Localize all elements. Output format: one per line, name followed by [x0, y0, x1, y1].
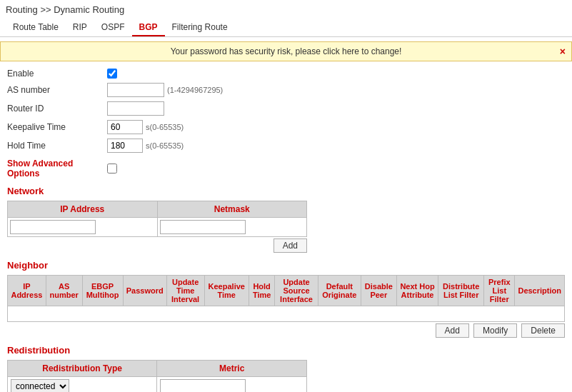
neighbor-col-5: Keepalive Time	[204, 276, 249, 306]
neighbor-col-7: Update Source Interface	[275, 276, 318, 306]
main-content: Enable AS number (1-4294967295) Router I…	[0, 66, 572, 392]
breadcrumb-prefix: Routing >>	[6, 4, 54, 15]
redistribution-table: Redistribution Type Metric connected sta…	[7, 360, 307, 392]
hold-time-row: Hold Time s(0-65535)	[7, 139, 565, 153]
tab-bgp[interactable]: BGP	[132, 19, 165, 36]
network-title: Network	[7, 186, 565, 196]
neighbor-col-1: AS number	[46, 276, 82, 306]
as-number-label: AS number	[7, 85, 107, 95]
neighbor-col-10: Next Hop Attribute	[396, 276, 438, 306]
redistribution-metric-input[interactable]	[160, 379, 246, 392]
neighbor-col-12: Prefix List Filter	[484, 276, 515, 306]
advanced-options-row: Show Advanced Options	[7, 159, 565, 179]
as-number-row: AS number (1-4294967295)	[7, 83, 565, 97]
neighbor-title: Neighbor	[7, 260, 565, 271]
enable-checkbox[interactable]	[107, 69, 117, 79]
tab-ospf[interactable]: OSPF	[94, 19, 132, 36]
neighbor-delete-button[interactable]: Delete	[521, 323, 565, 338]
neighbor-add-button[interactable]: Add	[436, 323, 469, 338]
breadcrumb: Routing >> Dynamic Routing	[0, 0, 572, 19]
neighbor-col-2: EBGP Multihop	[82, 276, 123, 306]
hold-time-hint: s(0-65535)	[146, 141, 184, 150]
enable-row: Enable	[7, 69, 565, 79]
network-netmask-input[interactable]	[160, 220, 246, 234]
hold-time-label: Hold Time	[7, 141, 107, 151]
redist-input-row: connected static ospf rip	[8, 377, 307, 393]
neighbor-col-4: Update Time Interval	[166, 276, 204, 306]
breadcrumb-title: Dynamic Routing	[54, 4, 124, 15]
alert-message: Your password has security risk, please …	[171, 46, 402, 56]
hold-time-input[interactable]	[107, 139, 143, 153]
keepalive-hint: s(0-65535)	[146, 123, 184, 131]
keepalive-label: Keepalive Time	[7, 122, 107, 132]
network-add-button[interactable]: Add	[274, 238, 307, 253]
neighbor-col-6: Hold Time	[249, 276, 274, 306]
neighbor-btn-row: Add Modify Delete	[7, 323, 565, 338]
redist-col-type: Redistribution Type	[8, 361, 157, 377]
neighbor-col-0: IP Address	[8, 276, 46, 306]
tab-filtering-route[interactable]: Filtering Route	[165, 19, 235, 36]
neighbor-table: IP Address AS number EBGP Multihop Passw…	[7, 275, 565, 322]
keepalive-row: Keepalive Time s(0-65535)	[7, 120, 565, 134]
network-ip-input[interactable]	[10, 220, 96, 234]
as-number-hint: (1-4294967295)	[167, 86, 223, 94]
neighbor-col-11: Distribute List Filter	[438, 276, 484, 306]
network-table: IP Address Netmask	[7, 201, 307, 237]
tab-route-table[interactable]: Route Table	[6, 19, 66, 36]
keepalive-input[interactable]	[107, 120, 143, 134]
redistribution-title: Redistribution	[7, 345, 565, 356]
neighbor-modify-button[interactable]: Modify	[473, 323, 517, 338]
advanced-label: Show Advanced Options	[7, 159, 107, 179]
router-id-row: Router ID	[7, 101, 565, 116]
router-id-label: Router ID	[7, 104, 107, 114]
router-id-input[interactable]	[107, 101, 164, 116]
neighbor-col-3: Password	[123, 276, 166, 306]
nav-tabs: Route Table RIP OSPF BGP Filtering Route	[0, 19, 572, 37]
as-number-input[interactable]	[107, 83, 164, 97]
alert-close-icon[interactable]: ×	[560, 46, 566, 57]
enable-label: Enable	[7, 69, 107, 79]
advanced-checkbox[interactable]	[107, 164, 117, 174]
neighbor-col-13: Description	[515, 276, 565, 306]
redist-col-metric: Metric	[157, 361, 307, 377]
network-col-ip: IP Address	[8, 201, 158, 218]
network-input-row	[8, 218, 307, 237]
alert-bar[interactable]: Your password has security risk, please …	[0, 41, 572, 61]
tab-rip[interactable]: RIP	[66, 19, 94, 36]
neighbor-empty-row	[8, 306, 565, 322]
neighbor-col-8: Default Originate	[318, 276, 361, 306]
neighbor-col-9: Disable Peer	[361, 276, 396, 306]
network-col-netmask: Netmask	[157, 201, 307, 218]
redistribution-type-select[interactable]: connected static ospf rip	[11, 379, 69, 392]
